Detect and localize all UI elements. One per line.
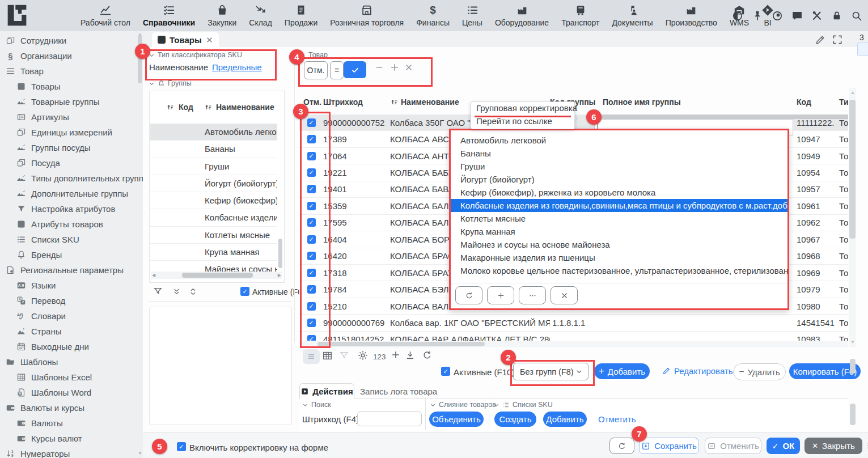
refresh-icon[interactable] — [422, 350, 433, 361]
group-row-0[interactable]: Автомобиль легковой — [150, 124, 277, 141]
topbar-item-2[interactable]: Закупки — [208, 4, 236, 27]
sidebar-item-16[interactable]: AЯЯзыки — [0, 278, 136, 293]
sidebar-item-8[interactable]: Посуда — [0, 155, 136, 171]
close-tab-icon[interactable] — [206, 36, 213, 44]
topbar-item-3[interactable]: Склад — [249, 4, 272, 27]
groups-col-code[interactable]: Код — [179, 103, 193, 112]
download-icon[interactable] — [405, 350, 416, 361]
tools-icon[interactable] — [811, 10, 823, 22]
dropdown-refresh-button[interactable] — [455, 286, 482, 304]
groups-section-header[interactable]: Группы — [149, 79, 192, 87]
groups-vertical-scrollbar[interactable] — [278, 239, 282, 268]
chat-icon[interactable] — [791, 10, 803, 22]
sidebar-item-15[interactable]: Региональные параметры — [0, 262, 136, 278]
sidebar-item-7[interactable]: Группы посуды — [0, 140, 136, 155]
dropdown-item-9[interactable]: Макаронные изделия из пшеницы — [451, 251, 787, 264]
edit-button[interactable]: Редактировать — [662, 366, 733, 376]
row-checkbox[interactable]: ✓ — [307, 218, 316, 227]
groups-horizontal-scrollbar[interactable]: ◀ ▶ — [151, 272, 282, 279]
mini-scrollbar[interactable] — [850, 359, 856, 374]
contrast-icon[interactable] — [732, 10, 743, 22]
resize-grip-icon[interactable]: ⋮ — [864, 441, 868, 449]
sidebar-item-26[interactable]: Курсы валют — [0, 431, 136, 446]
scroll-left-icon[interactable]: ◀ — [152, 272, 155, 279]
plus-icon[interactable] — [390, 349, 401, 361]
dropdown-item-3[interactable]: Йогурт (биойогурт) — [451, 173, 787, 186]
topbar-item-11[interactable]: Производство — [666, 4, 717, 27]
add-button[interactable]: +Добавить — [594, 363, 650, 379]
menu-item-follow-link[interactable]: Перейти по ссылке — [471, 113, 574, 126]
group-row-2[interactable]: Груши — [150, 158, 277, 175]
refresh-button[interactable] — [609, 438, 634, 454]
header-type[interactable]: Тип — [835, 97, 848, 107]
sidebar-item-10[interactable]: Дополнительные группы — [0, 186, 136, 201]
gear-icon[interactable] — [357, 350, 369, 361]
tab-product-log[interactable]: Запись лога товара — [360, 387, 437, 396]
sidebar-item-13[interactable]: Списки SKU — [0, 232, 136, 247]
dropdown-close-button[interactable] — [551, 286, 578, 304]
groups-col-name[interactable]: Наименование — [216, 103, 274, 112]
equals-filter-button[interactable]: = — [330, 61, 344, 79]
dropdown-plus-button[interactable] — [487, 286, 514, 304]
table-row-12[interactable]: ✓9900000000769Колбаса вар. 1КГ ОАО "БРЕС… — [299, 315, 848, 331]
sort-updown-icon[interactable] — [188, 287, 198, 296]
sidebar-scroll-down-icon[interactable]: ▼ — [138, 451, 142, 456]
dropdown-dots-button[interactable] — [519, 286, 546, 304]
table-row-13[interactable]: ✓4811518014252КОЛБАСА ВАР АЛФАВИТКА ЛЕТ … — [299, 332, 848, 341]
classifier-section-header[interactable]: Тип классификатора SKU — [149, 51, 242, 59]
tab-products[interactable]: Товары — [152, 32, 219, 47]
active-f10-checkbox[interactable]: ✓ — [441, 367, 450, 376]
group-row-4[interactable]: Кефир (биокефир), ря... — [150, 192, 277, 209]
lock-icon[interactable] — [831, 10, 842, 22]
plus-filter-icon[interactable] — [389, 62, 400, 73]
topbar-item-8[interactable]: Оборудование — [495, 4, 549, 27]
topbar-item-1[interactable]: Справочники — [143, 4, 195, 27]
dropdown-item-7[interactable]: Крупа манная — [451, 225, 787, 238]
row-checkbox[interactable]: ✓ — [307, 152, 316, 160]
header-code[interactable]: Код — [791, 97, 835, 107]
sidebar-item-2[interactable]: Товар — [0, 63, 136, 79]
sidebar-item-3[interactable]: Товары — [0, 79, 136, 94]
header-group-fullname[interactable]: Полное имя группы — [595, 97, 791, 107]
dropdown-item-6[interactable]: Котлеты мясные — [451, 212, 787, 225]
ok-button[interactable]: ✓ ОК — [767, 438, 800, 454]
classifier-value-link[interactable]: Предельные — [212, 62, 272, 74]
barcode-input[interactable] — [357, 412, 422, 426]
tab-actions[interactable]: Действия — [299, 383, 354, 399]
app-logo-icon[interactable] — [6, 4, 28, 27]
row-checkbox[interactable]: ✓ — [307, 285, 316, 294]
topbar-item-6[interactable]: $Финансы — [416, 4, 450, 27]
sidebar-item-20[interactable]: Выходные дни — [0, 339, 136, 354]
close-button[interactable]: ✕ Закрыть — [805, 438, 862, 454]
grid-view-icon[interactable] — [322, 350, 333, 361]
sidebar-item-4[interactable]: Товарные группы — [0, 94, 136, 109]
sidebar-item-23[interactable]: WШаблоны Word — [0, 385, 136, 400]
enable-adjust-checkbox[interactable]: ✓ — [177, 442, 186, 451]
sidebar-scrollbar[interactable] — [138, 35, 142, 83]
search-section-header[interactable]: Поиск — [302, 401, 331, 409]
sidebar-item-19[interactable]: Страны — [0, 324, 136, 339]
row-checkbox[interactable]: ✓ — [307, 252, 316, 260]
topbar-item-9[interactable]: Транспорт — [561, 4, 599, 27]
topbar-item-4[interactable]: Продажи — [285, 4, 317, 27]
sidebar-item-21[interactable]: Шаблоны — [0, 354, 136, 370]
search-icon[interactable] — [851, 10, 862, 22]
sidebar-item-0[interactable]: Сотрудники — [0, 33, 136, 48]
sidebar-item-6[interactable]: Единицы измерений — [0, 125, 136, 140]
fullscreen-icon[interactable] — [832, 34, 843, 45]
topbar-item-0[interactable]: Рабочий стол — [81, 4, 130, 27]
scrollbar-thumb[interactable] — [317, 342, 485, 346]
groups-active-checkbox[interactable]: ✓ — [240, 287, 249, 296]
target-icon[interactable] — [772, 10, 783, 22]
dropdown-item-2[interactable]: Груши — [451, 160, 787, 173]
row-checkbox[interactable]: ✓ — [307, 269, 316, 277]
mini-scrollbar[interactable] — [850, 404, 856, 425]
row-checkbox[interactable]: ✓ — [307, 118, 316, 127]
row-checkbox[interactable]: ✓ — [307, 319, 316, 327]
delete-button[interactable]: −Удалить — [733, 363, 786, 380]
row-checkbox[interactable]: ✓ — [307, 185, 316, 193]
group-filter-select[interactable]: Без групп (F8) — [513, 363, 588, 380]
scroll-right-icon[interactable]: ▶ — [278, 272, 281, 279]
filter-icon[interactable] — [339, 350, 349, 361]
row-checkbox[interactable]: ✓ — [307, 235, 316, 244]
